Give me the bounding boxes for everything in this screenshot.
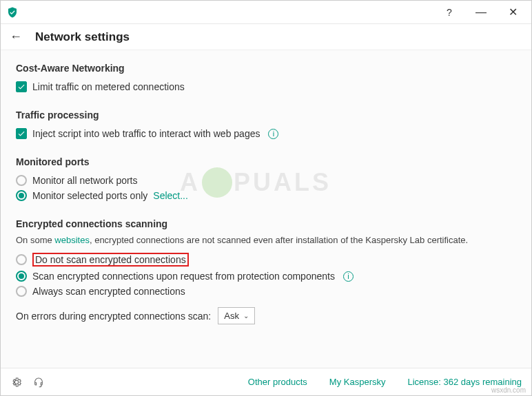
back-button[interactable]: ← bbox=[9, 30, 23, 44]
encrypted-title: Encrypted connections scanning bbox=[16, 218, 516, 229]
on-errors-value: Ask bbox=[224, 311, 239, 321]
on-errors-select[interactable]: Ask ⌄ bbox=[218, 307, 255, 324]
checkbox-checked-icon[interactable] bbox=[16, 128, 27, 139]
section-encrypted-scanning: Encrypted connections scanning On some w… bbox=[16, 218, 516, 324]
scan-on-request-row[interactable]: Scan encrypted connections upon request … bbox=[16, 269, 516, 284]
on-errors-row: On errors during encrypted connections s… bbox=[16, 307, 516, 324]
headset-icon[interactable] bbox=[32, 376, 45, 388]
on-errors-label: On errors during encrypted connections s… bbox=[16, 311, 211, 322]
do-not-scan-label: Do not scan encrypted connections bbox=[35, 254, 186, 265]
app-shield-icon bbox=[6, 6, 19, 19]
section-traffic-processing: Traffic processing Inject script into we… bbox=[16, 110, 516, 141]
radio-selected-icon[interactable] bbox=[16, 271, 27, 282]
websites-link[interactable]: websites bbox=[54, 235, 90, 245]
encrypted-desc-pre: On some bbox=[16, 235, 54, 245]
always-scan-label: Always scan encrypted connections bbox=[32, 286, 185, 297]
info-icon[interactable]: i bbox=[268, 129, 278, 139]
my-kaspersky-link[interactable]: My Kaspersky bbox=[329, 377, 386, 387]
monitor-selected-row[interactable]: Monitor selected ports only Select... bbox=[16, 188, 516, 203]
page-header: ← Network settings bbox=[1, 24, 531, 50]
info-icon[interactable]: i bbox=[343, 271, 354, 282]
highlight-do-not-scan: Do not scan encrypted connections bbox=[32, 253, 189, 267]
limit-traffic-label: Limit traffic on metered connections bbox=[32, 81, 185, 92]
radio-unselected-icon[interactable] bbox=[16, 286, 27, 297]
encrypted-desc-post: , encrypted connections are not scanned … bbox=[90, 235, 468, 245]
checkbox-checked-icon[interactable] bbox=[16, 81, 27, 92]
titlebar: ? — ✕ bbox=[1, 1, 531, 24]
do-not-scan-row[interactable]: Do not scan encrypted connections bbox=[16, 251, 516, 269]
help-button[interactable]: ? bbox=[433, 2, 465, 23]
domain-watermark: wsxdn.com bbox=[491, 386, 526, 394]
footer: Other products My Kaspersky License: 362… bbox=[1, 368, 531, 395]
section-monitored-ports: Monitored ports Monitor all network port… bbox=[16, 156, 516, 203]
select-ports-link[interactable]: Select... bbox=[153, 190, 188, 201]
monitor-all-row[interactable]: Monitor all network ports bbox=[16, 173, 516, 188]
radio-selected-icon[interactable] bbox=[16, 190, 27, 201]
content-area: A PUALS Cost-Aware Networking Limit traf… bbox=[1, 50, 531, 368]
limit-traffic-row[interactable]: Limit traffic on metered connections bbox=[16, 79, 516, 94]
close-button[interactable]: ✕ bbox=[497, 2, 529, 23]
cost-aware-title: Cost-Aware Networking bbox=[16, 63, 516, 74]
radio-unselected-icon[interactable] bbox=[16, 254, 27, 265]
monitored-ports-title: Monitored ports bbox=[16, 156, 516, 167]
always-scan-row[interactable]: Always scan encrypted connections bbox=[16, 284, 516, 299]
encrypted-desc: On some websites, encrypted connections … bbox=[16, 235, 516, 245]
radio-unselected-icon[interactable] bbox=[16, 175, 27, 186]
monitor-selected-label: Monitor selected ports only bbox=[32, 190, 147, 201]
inject-script-label: Inject script into web traffic to intera… bbox=[32, 128, 260, 139]
gear-icon[interactable] bbox=[10, 376, 23, 388]
minimize-button[interactable]: — bbox=[465, 2, 497, 23]
monitor-all-label: Monitor all network ports bbox=[32, 175, 138, 186]
section-cost-aware: Cost-Aware Networking Limit traffic on m… bbox=[16, 63, 516, 94]
inject-script-row[interactable]: Inject script into web traffic to intera… bbox=[16, 126, 516, 141]
other-products-link[interactable]: Other products bbox=[248, 377, 307, 387]
page-title: Network settings bbox=[35, 30, 130, 44]
traffic-processing-title: Traffic processing bbox=[16, 110, 516, 121]
chevron-down-icon: ⌄ bbox=[243, 312, 249, 320]
license-link[interactable]: License: 362 days remaining bbox=[408, 377, 522, 387]
scan-on-request-label: Scan encrypted connections upon request … bbox=[32, 271, 335, 282]
window: ? — ✕ ← Network settings A PUALS Cost-Aw… bbox=[0, 0, 532, 396]
